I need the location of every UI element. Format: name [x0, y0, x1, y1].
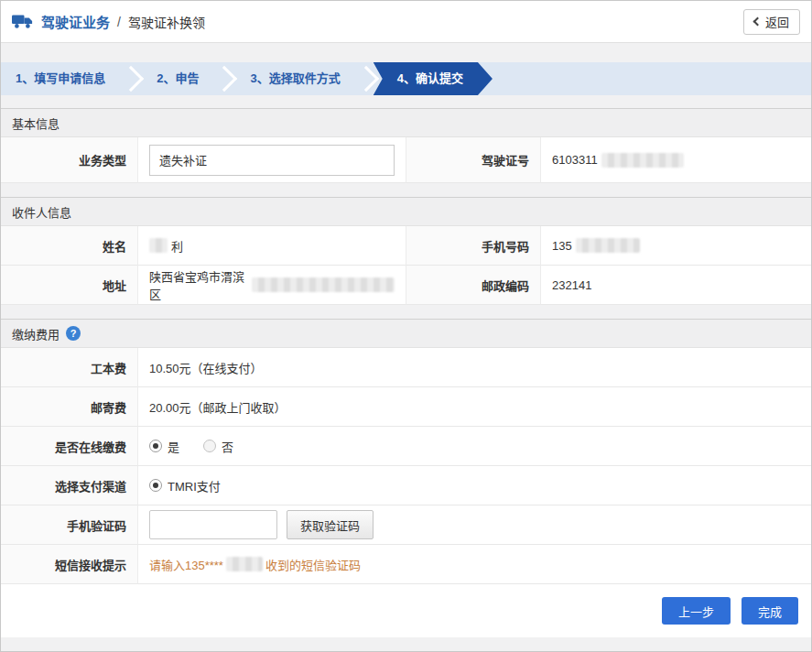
main-content: 基本信息 业务类型 遗失补证 驾驶证号 6103311 收件人信息 — [1, 108, 811, 637]
radio-option-tmri[interactable]: TMRI支付 — [149, 477, 221, 494]
redacted-sms-phone — [226, 557, 263, 571]
address-label: 地址 — [1, 266, 138, 305]
license-number-text: 6103311 — [552, 153, 598, 167]
postcode-label: 邮政编码 — [406, 266, 541, 305]
finish-button[interactable]: 完成 — [742, 597, 798, 625]
sms-hint-suffix: 收到的短信验证码 — [265, 556, 361, 573]
sms-code-cell: 获取验证码 — [138, 505, 811, 545]
table-row: 业务类型 遗失补证 驾驶证号 6103311 — [1, 137, 811, 183]
footer-actions: 上一步 完成 — [1, 584, 811, 637]
radio-checked-icon — [149, 440, 162, 452]
section-title: 缴纳费用 — [12, 325, 60, 342]
step-label: 2、申告 — [157, 71, 199, 85]
step-1-fill-application[interactable]: 1、填写申请信息 — [1, 62, 120, 95]
table-row: 地址 陕西省宝鸡市渭滨区 邮政编码 232141 — [1, 266, 811, 305]
sms-hint-value: 请输入135**** 收到的短信验证码 — [138, 545, 811, 584]
section-payment-fees: 缴纳费用 ? 工本费 10.50元（在线支付） 邮寄费 20.00元（邮政上门收… — [1, 319, 811, 584]
prev-step-button[interactable]: 上一步 — [662, 597, 731, 625]
license-number-value: 6103311 — [541, 137, 811, 183]
mailing-fee-value: 20.00元（邮政上门收取） — [138, 387, 811, 427]
table-row: 是否在线缴费 是 否 — [1, 427, 811, 466]
table-row: 选择支付渠道 TMRI支付 — [1, 466, 811, 505]
radio-option-no[interactable]: 否 — [203, 438, 233, 455]
sms-hint-label: 短信接收提示 — [1, 545, 138, 584]
radio-label-no: 否 — [222, 438, 233, 455]
table-row: 邮寄费 20.00元（邮政上门收取） — [1, 387, 811, 427]
radio-label-tmri: TMRI支付 — [168, 477, 221, 494]
title-separator: / — [117, 15, 121, 29]
sms-hint-prefix: 请输入135**** — [149, 556, 223, 573]
redacted-license-number — [601, 153, 684, 168]
sms-code-label: 手机验证码 — [1, 505, 138, 545]
business-type-text: 遗失补证 — [159, 151, 207, 168]
chevron-right-icon — [211, 66, 237, 92]
postcode-value: 232141 — [541, 266, 811, 305]
section-basic-info: 基本信息 业务类型 遗失补证 驾驶证号 6103311 — [1, 108, 811, 183]
address-text: 陕西省宝鸡市渭滨区 — [149, 267, 248, 302]
payment-channel-options: TMRI支付 — [138, 466, 811, 505]
step-2-declaration[interactable]: 2、申告 — [142, 62, 213, 95]
truck-icon — [12, 14, 34, 29]
production-fee-label: 工本费 — [1, 348, 138, 387]
section-header-recipient: 收件人信息 — [1, 197, 811, 226]
online-pay-label: 是否在线缴费 — [1, 427, 138, 466]
name-value: 利 — [138, 226, 406, 266]
section-title: 基本信息 — [12, 114, 60, 132]
name-text: 利 — [171, 237, 183, 255]
radio-checked-icon — [149, 479, 162, 492]
name-label: 姓名 — [1, 226, 138, 266]
page: 驾驶证业务 / 驾驶证补换领 返回 1、填写申请信息 2、申告 3、选择取件方式… — [0, 0, 812, 652]
table-row: 短信接收提示 请输入135**** 收到的短信验证码 — [1, 545, 811, 584]
table-row: 手机验证码 获取验证码 — [1, 505, 811, 545]
header: 驾驶证业务 / 驾驶证补换领 返回 — [1, 1, 811, 43]
phone-label: 手机号码 — [406, 226, 541, 266]
sms-code-input[interactable] — [149, 510, 277, 539]
redacted-phone — [576, 238, 640, 253]
production-fee-value: 10.50元（在线支付） — [138, 348, 811, 387]
back-button[interactable]: 返回 — [743, 9, 800, 35]
step-nav: 1、填写申请信息 2、申告 3、选择取件方式 4、确认提交 — [1, 62, 811, 95]
business-type-value: 遗失补证 — [149, 145, 395, 176]
page-title-secondary: 驾驶证补换领 — [128, 13, 205, 31]
business-type-cell: 遗失补证 — [138, 137, 406, 183]
get-code-button[interactable]: 获取验证码 — [287, 510, 374, 539]
step-4-confirm-submit: 4、确认提交 — [374, 62, 493, 95]
radio-label-yes: 是 — [168, 438, 179, 455]
help-question-icon[interactable]: ? — [66, 326, 81, 341]
table-row: 工本费 10.50元（在线支付） — [1, 348, 811, 387]
mailing-fee-label: 邮寄费 — [1, 387, 138, 427]
payment-channel-label: 选择支付渠道 — [1, 466, 138, 505]
breadcrumb: 驾驶证业务 / 驾驶证补换领 — [12, 12, 205, 31]
back-label: 返回 — [765, 13, 789, 30]
section-header-basic: 基本信息 — [1, 108, 811, 137]
business-type-label: 业务类型 — [1, 137, 138, 183]
radio-unchecked-icon — [203, 440, 216, 452]
section-title: 收件人信息 — [12, 203, 71, 221]
online-pay-options: 是 否 — [138, 427, 811, 466]
step-label: 4、确认提交 — [397, 71, 463, 85]
license-number-label: 驾驶证号 — [406, 137, 541, 183]
radio-option-yes[interactable]: 是 — [149, 438, 179, 455]
chevron-left-icon — [753, 17, 763, 27]
redacted-name — [149, 238, 168, 253]
chevron-right-icon — [353, 66, 379, 92]
section-recipient-info: 收件人信息 姓名 利 手机号码 135 地址 陕西省宝鸡市渭滨区 — [1, 197, 811, 305]
redacted-address — [252, 277, 395, 292]
table-row: 姓名 利 手机号码 135 — [1, 226, 811, 266]
step-3-pickup-method[interactable]: 3、选择取件方式 — [235, 62, 354, 95]
section-header-payment: 缴纳费用 ? — [1, 319, 811, 348]
page-title-primary: 驾驶证业务 — [41, 12, 110, 31]
step-label: 1、填写申请信息 — [16, 71, 105, 85]
phone-text: 135 — [552, 239, 572, 253]
phone-value: 135 — [541, 226, 811, 266]
chevron-right-icon — [118, 66, 144, 92]
address-value: 陕西省宝鸡市渭滨区 — [138, 266, 406, 305]
step-label: 3、选择取件方式 — [250, 71, 340, 85]
